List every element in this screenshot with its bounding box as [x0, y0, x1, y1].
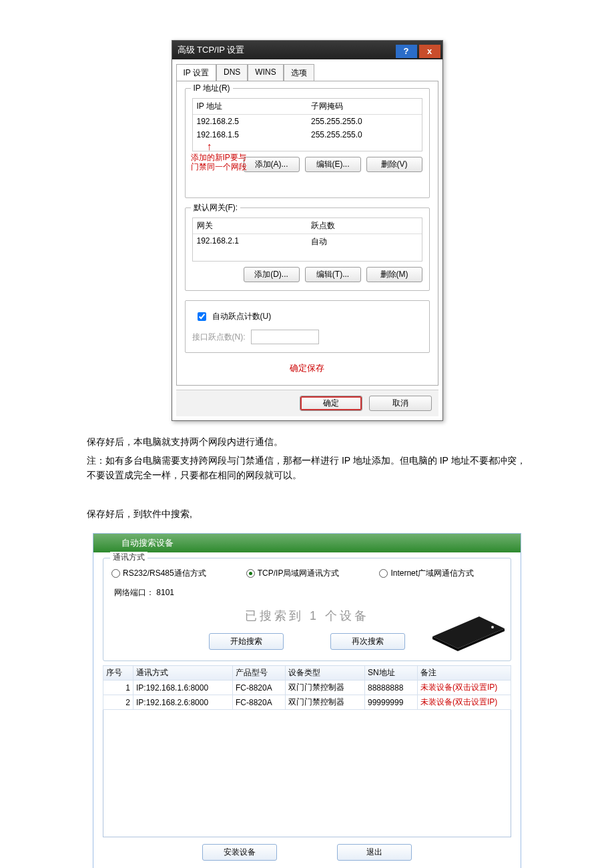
port-value: 8101 — [156, 588, 174, 597]
table-row[interactable]: 2 IP:192.168.2.6:8000 FC-8820A 双门门禁控制器 9… — [103, 695, 511, 710]
ip-group-title: IP 地址(R) — [191, 83, 233, 94]
gw-col-hops: 跃点数 — [307, 218, 422, 234]
tab-dns[interactable]: DNS — [216, 64, 248, 81]
ip-edit-button[interactable]: 编辑(E)... — [305, 157, 361, 172]
search-again-button[interactable]: 再次搜索 — [330, 633, 405, 650]
gateway-list[interactable]: 网关 跃点数 192.168.2.1 自动 — [192, 218, 422, 262]
search-dialog: 自动搜索设备 通讯方式 RS232/RS485通信方式 TCP/IP局域网通讯方… — [93, 533, 521, 868]
arrow-up-icon: ↑ — [207, 141, 212, 153]
col-sn: SN地址 — [365, 666, 418, 681]
tab-wins[interactable]: WINS — [248, 64, 283, 81]
col-comm: 通讯方式 — [133, 666, 233, 681]
search-title: 自动搜索设备 — [121, 537, 174, 549]
tab-ip[interactable]: IP 设置 — [176, 64, 216, 81]
ip-group: IP 地址(R) IP 地址 子网掩码 192.168.2.5 255.255.… — [185, 88, 430, 198]
metric-group: 自动跃点计数(U) 接口跃点数(N): — [185, 300, 430, 353]
ok-button[interactable]: 确定 — [300, 396, 362, 411]
search-titlebar: 自动搜索设备 — [93, 534, 521, 552]
close-icon[interactable]: x — [419, 45, 440, 58]
doc-paragraph-2: 注：如有多台电脑需要支持跨网段与门禁通信，那都一样进行 IP 地址添加。但电脑的… — [87, 453, 527, 482]
gw-delete-button[interactable]: 删除(M) — [366, 267, 422, 282]
install-device-button[interactable]: 安装设备 — [202, 844, 277, 861]
auto-metric-label: 自动跃点计数(U) — [212, 311, 272, 322]
gateway-group-title: 默认网关(F): — [191, 202, 241, 213]
if-metric-label: 接口跃点数(N): — [192, 332, 246, 343]
tcpip-titlebar: 高级 TCP/IP 设置 ? x — [172, 41, 442, 59]
gateway-group: 默认网关(F): 网关 跃点数 192.168.2.1 自动 添加(D)... … — [185, 207, 430, 291]
ip-annotation: 添加的新IP要与门禁同一个网段 — [191, 153, 252, 171]
save-annotation: 确定保存 — [185, 362, 430, 374]
col-remark: 备注 — [418, 666, 511, 681]
radio-internet[interactable]: Internet广域网通信方式 — [379, 568, 474, 579]
ip-col-addr: IP 地址 — [193, 99, 308, 114]
tcpip-footer: 确定 取消 — [176, 390, 438, 416]
radio-rs[interactable]: RS232/RS485通信方式 — [111, 568, 206, 579]
tcpip-dialog: 高级 TCP/IP 设置 ? x IP 设置 DNS WINS 选项 IP 地址… — [172, 40, 443, 421]
comm-fieldset-title: 通讯方式 — [110, 552, 147, 563]
tcpip-body: IP 地址(R) IP 地址 子网掩码 192.168.2.5 255.255.… — [176, 81, 438, 386]
gw-col-gw: 网关 — [193, 218, 308, 234]
ip-row[interactable]: 192.168.2.5 255.255.255.0 — [193, 115, 422, 128]
auto-metric-checkbox[interactable] — [198, 312, 206, 321]
tab-options[interactable]: 选项 — [284, 64, 314, 81]
gw-edit-button[interactable]: 编辑(T)... — [305, 267, 361, 282]
col-type: 设备类型 — [286, 666, 365, 681]
doc-paragraph-3: 保存好后，到软件中搜索, — [87, 506, 527, 521]
if-metric-input[interactable] — [251, 330, 319, 344]
radio-tcpip[interactable]: TCP/IP局域网通讯方式 — [246, 568, 340, 579]
doc-paragraph-1: 保存好后，本电脑就支持两个网段内进行通信。 — [87, 434, 527, 449]
col-idx: 序号 — [103, 666, 133, 681]
tcpip-tabs: IP 设置 DNS WINS 选项 — [172, 59, 442, 81]
help-icon[interactable]: ? — [396, 45, 417, 58]
ip-delete-button[interactable]: 删除(V) — [366, 157, 422, 172]
ip-col-mask: 子网掩码 — [307, 99, 422, 114]
ip-row[interactable]: 192.168.1.5 255.255.255.0 — [193, 128, 422, 141]
gateway-row[interactable]: 192.168.2.1 自动 — [193, 234, 422, 250]
table-row[interactable]: 1 IP:192.168.1.6:8000 FC-8820A 双门门禁控制器 8… — [103, 681, 511, 695]
device-icon — [426, 610, 506, 651]
gw-add-button[interactable]: 添加(D)... — [244, 267, 300, 282]
cancel-button[interactable]: 取消 — [369, 396, 432, 411]
table-empty-area — [103, 710, 511, 837]
svg-point-3 — [491, 626, 494, 628]
tcpip-title: 高级 TCP/IP 设置 — [178, 44, 245, 56]
port-label: 网络端口： — [114, 588, 154, 597]
ip-list[interactable]: IP 地址 子网掩码 192.168.2.5 255.255.255.0 192… — [192, 98, 422, 151]
device-table: 序号 通讯方式 产品型号 设备类型 SN地址 备注 1 IP:192.168.1… — [103, 665, 511, 710]
start-search-button[interactable]: 开始搜索 — [209, 633, 284, 650]
exit-button[interactable]: 退出 — [337, 844, 412, 861]
col-model: 产品型号 — [233, 666, 286, 681]
